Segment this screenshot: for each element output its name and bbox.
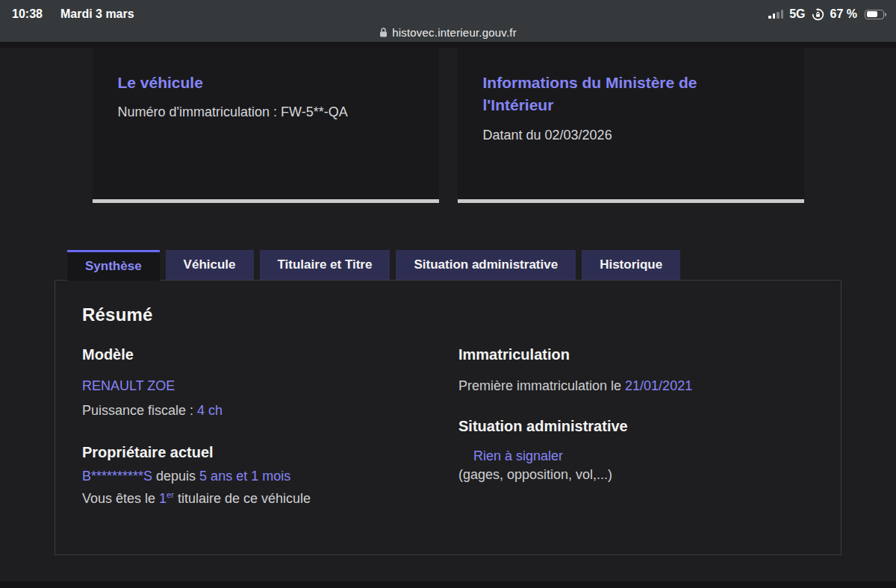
page-bottom-strip [0, 581, 896, 588]
url-domain: histovec.interieur.gouv.fr [392, 26, 517, 39]
admin-status-value: Rien à signaler [458, 448, 814, 464]
first-registration-date: 21/01/2021 [625, 378, 692, 393]
holder-suffix: titulaire de ce véhicule [174, 491, 311, 506]
status-left: 10:38 Mardi 3 mars [12, 7, 134, 21]
ministry-card: Informations du Ministère de l'Intérieur… [458, 48, 804, 203]
tab-historique[interactable]: Historique [582, 250, 680, 280]
screen: 10:38 Mardi 3 mars 5G 67 % [0, 0, 896, 588]
url-bar[interactable]: histovec.interieur.gouv.fr [0, 22, 896, 42]
vehicle-card-title: Le véhicule [118, 72, 387, 94]
admin-status-note: (gages, opposition, vol,...) [458, 467, 814, 483]
ministry-card-title: Informations du Ministère de l'Intérieur [483, 72, 752, 117]
network-type: 5G [789, 7, 805, 21]
first-registration-label: Première immatriculation le [458, 378, 625, 393]
vehicle-card: Le véhicule Numéro d'immatriculation : F… [93, 48, 439, 203]
tab-situation-label: Situation administrative [414, 257, 558, 272]
signal-bars-icon [768, 10, 783, 19]
summary-left-column: Modèle RENAULT ZOE Puissance fiscale : 4… [82, 346, 458, 507]
tab-synthese[interactable]: Synthèse [67, 250, 160, 281]
tab-titulaire-label: Titulaire et Titre [278, 257, 373, 272]
date: Mardi 3 mars [60, 7, 134, 21]
status-right: 5G 67 % [768, 7, 884, 21]
summary-title: Résumé [82, 304, 814, 325]
summary-right-column: Immatriculation Première immatriculation… [458, 346, 814, 507]
battery-percent: 67 % [830, 7, 857, 21]
holder-ordinal: 1 [159, 491, 167, 506]
admin-status-heading: Situation administrative [458, 418, 814, 435]
owner-duration: 5 ans et 1 mois [199, 469, 290, 484]
orientation-lock-icon [812, 8, 824, 21]
tab-historique-label: Historique [600, 257, 662, 272]
owner-masked-name: B**********S [82, 469, 152, 484]
tab-vehicule-label: Véhicule [184, 257, 236, 272]
clock: 10:38 [12, 7, 43, 21]
first-registration-line: Première immatriculation le 21/01/2021 [458, 378, 814, 394]
ios-top-bar: 10:38 Mardi 3 mars 5G 67 % [0, 0, 896, 42]
fiscal-power-value: 4 ch [197, 403, 223, 418]
holder-line: Vous êtes le 1er titulaire de ce véhicul… [82, 490, 458, 507]
owner-line: B**********S depuis 5 ans et 1 mois [82, 469, 458, 484]
status-bar: 10:38 Mardi 3 mars 5G 67 % [0, 0, 896, 22]
tab-synthese-label: Synthèse [85, 259, 142, 274]
synthese-panel: Résumé Modèle RENAULT ZOE Puissance fisc… [55, 280, 841, 555]
tab-vehicule[interactable]: Véhicule [166, 250, 254, 280]
registration-heading: Immatriculation [458, 346, 814, 363]
fiscal-power-line: Puissance fiscale : 4 ch [82, 403, 458, 419]
fiscal-power-label: Puissance fiscale : [82, 403, 197, 418]
tab-bar: Synthèse Véhicule Titulaire et Titre Sit… [67, 250, 896, 280]
tab-situation-administrative[interactable]: Situation administrative [396, 250, 576, 280]
model-name: RENAULT ZOE [82, 378, 458, 394]
model-heading: Modèle [82, 346, 458, 363]
summary-columns: Modèle RENAULT ZOE Puissance fiscale : 4… [82, 346, 814, 507]
owner-depuis-label: depuis [152, 469, 199, 484]
histovec-page: Le véhicule Numéro d'immatriculation : F… [0, 42, 896, 588]
page-top-strip [0, 42, 896, 48]
info-cards-row: Le véhicule Numéro d'immatriculation : F… [0, 48, 896, 203]
battery-icon [865, 10, 884, 19]
ministry-card-body: Datant du 02/03/2026 [483, 128, 779, 143]
vehicle-card-body: Numéro d'immatriculation : FW-5**-QA [118, 104, 414, 120]
owner-heading: Propriétaire actuel [82, 444, 458, 461]
tab-titulaire-et-titre[interactable]: Titulaire et Titre [260, 250, 391, 280]
holder-prefix: Vous êtes le [82, 491, 159, 506]
padlock-icon [379, 28, 388, 37]
holder-ordinal-sup: er [167, 490, 174, 499]
